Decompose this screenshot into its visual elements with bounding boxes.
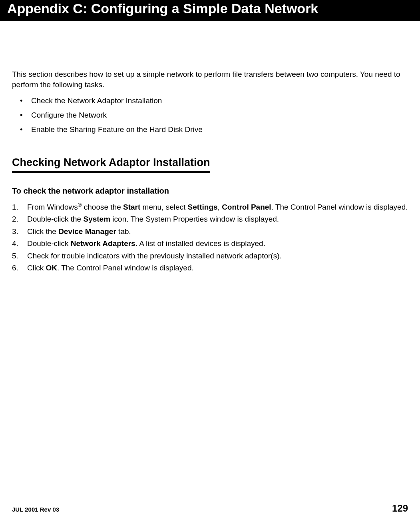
step-text: Double-click the [27, 215, 83, 223]
bold-text: Network Adapters [71, 239, 135, 248]
step-text: Click [27, 264, 46, 272]
footer-date: JUL 2001 Rev 03 [12, 506, 59, 513]
page-content: This section describes how to set up a s… [0, 21, 420, 274]
page-header: Appendix C: Configuring a Simple Data Ne… [0, 0, 420, 21]
step-text: icon. The System Properties window is di… [110, 215, 279, 223]
bold-text: Control Panel [222, 203, 271, 211]
list-item: Configure the Network [31, 108, 408, 122]
intro-paragraph: This section describes how to set up a s… [12, 69, 408, 90]
bold-text: Device Manager [58, 227, 116, 236]
step-text: , [218, 203, 222, 211]
step-item: Check for trouble indicators with the pr… [12, 250, 408, 262]
step-text: . The Control Panel window is displayed. [271, 203, 408, 211]
step-text: Double-click [27, 239, 71, 248]
step-item: Click the Device Manager tab. [12, 226, 408, 237]
page-number: 129 [392, 503, 408, 514]
step-item: Click OK. The Control Panel window is di… [12, 262, 408, 274]
page-title: Appendix C: Configuring a Simple Data Ne… [7, 1, 413, 16]
section-heading: Checking Network Adaptor Installation [12, 156, 210, 173]
step-text: choose the [82, 203, 123, 211]
step-text: . A list of installed devices is display… [135, 239, 265, 248]
step-text: tab. [116, 227, 131, 236]
registered-mark: ® [78, 202, 82, 208]
step-text: menu, select [140, 203, 187, 211]
step-item: Double-click Network Adapters. A list of… [12, 238, 408, 249]
section-subheading: To check the network adaptor installatio… [12, 186, 408, 196]
step-text: Check for trouble indicators with the pr… [27, 252, 282, 260]
step-text: . The Control Panel window is displayed. [57, 264, 194, 272]
steps-list: From Windows® choose the Start menu, sel… [12, 201, 408, 274]
step-item: Double-click the System icon. The System… [12, 213, 408, 225]
bold-text: OK [46, 264, 57, 272]
step-text: From Windows [27, 203, 78, 211]
list-item: Check the Network Adaptor Installation [31, 94, 408, 108]
page-footer: JUL 2001 Rev 03 129 [12, 503, 408, 514]
task-list: Check the Network Adaptor Installation C… [12, 94, 408, 137]
step-item: From Windows® choose the Start menu, sel… [12, 201, 408, 213]
bold-text: Start [123, 203, 140, 211]
bold-text: Settings [188, 203, 218, 211]
list-item: Enable the Sharing Feature on the Hard D… [31, 122, 408, 137]
bold-text: System [83, 215, 110, 223]
step-text: Click the [27, 227, 58, 236]
